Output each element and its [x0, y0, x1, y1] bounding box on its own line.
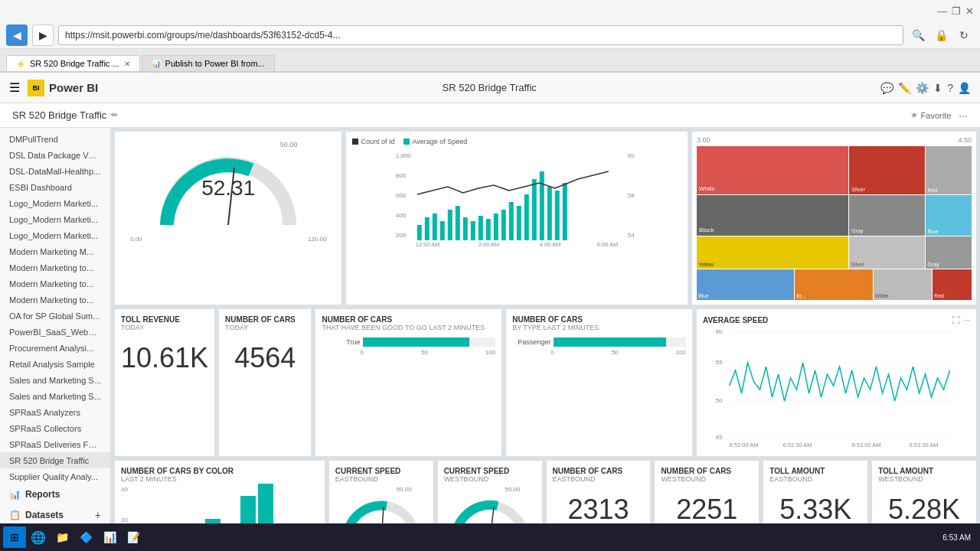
sidebar-item-4[interactable]: Logo_Modern Marketi... [0, 195, 110, 211]
cars-today-title: Number of Cars [225, 315, 305, 324]
settings-icon[interactable]: ⚙️ [916, 82, 929, 94]
refresh-icon[interactable]: ↻ [954, 25, 974, 45]
hamburger-icon[interactable]: ☰ [9, 80, 20, 95]
treemap-cell-blue-2[interactable]: Blue [697, 269, 794, 300]
browser-toolbar: ◀ ▶ 🔍 🔒 ↻ [0, 21, 980, 49]
tab-inactive[interactable]: 📊 Publish to Power BI from... [142, 55, 275, 71]
sidebar-item-19[interactable]: SPRaaS Deliveries FY16 [0, 436, 110, 452]
cars-2min-tile: Number of Cars THAT HAVE BEEN GOOD TO GO… [315, 308, 502, 457]
tab-close-1[interactable]: ✕ [124, 60, 130, 68]
gauge-minmax: 0.00 120.00 [121, 236, 335, 243]
sidebar-item-18[interactable]: SPRaaS Collectors [0, 420, 110, 436]
dash-edit-icon[interactable]: ✏ [111, 110, 118, 120]
sidebar-item-14[interactable]: Retail Analysis Sample [0, 356, 110, 372]
speed-west-subtitle: WESTBOUND [444, 475, 536, 483]
treemap-cell-gray-2[interactable]: Gray [926, 236, 972, 269]
svg-text:6:53:30 AM: 6:53:30 AM [909, 442, 938, 447]
sidebar-item-17[interactable]: SPRaaS Analyzers [0, 404, 110, 420]
svg-text:6:00 AM: 6:00 AM [597, 241, 619, 248]
taskbar-app5[interactable]: 📝 [122, 527, 144, 548]
sidebar-item-1[interactable]: DSL Data Package Ver... [0, 147, 110, 163]
toll-east-subtitle: EASTBOUND [769, 475, 861, 483]
browser-tabs: ⚡ SR 520 Bridge Traffic ... ✕ 📊 Publish … [0, 49, 980, 72]
sidebar-item-3[interactable]: ESBI Dashboard [0, 179, 110, 195]
svg-rect-24 [532, 179, 537, 240]
sidebar-item-15[interactable]: Sales and Marketing S... [0, 372, 110, 388]
close-btn[interactable]: ✕ [965, 5, 974, 17]
sidebar-item-10[interactable]: Modern Marketing to... [0, 292, 110, 308]
sidebar-item-16[interactable]: Sales and Marketing S... [0, 388, 110, 404]
svg-text:60: 60 [715, 328, 722, 335]
sidebar-item-21[interactable]: Supplier Quality Analy... [0, 468, 110, 484]
address-bar[interactable] [58, 25, 903, 45]
treemap-cell-silver-1[interactable]: Silver [849, 146, 925, 194]
edit-icon[interactable]: ✏️ [898, 82, 911, 94]
row-2: Toll Revenue TODAY 10.61K Number of Cars… [114, 308, 977, 457]
sidebar-item-2[interactable]: DSL-DataMall-Healthp... [0, 163, 110, 179]
hbar-fill-passenger [554, 337, 666, 347]
sidebar-item-13[interactable]: Procurement Analysi... [0, 340, 110, 356]
treemap-row2: Blue Br... White Red [697, 269, 972, 300]
treemap-cell-orange[interactable]: Br... [795, 269, 873, 300]
sidebar-item-20[interactable]: SR 520 Bridge Traffic [0, 452, 110, 468]
treemap-cell-gray[interactable]: Gray [849, 195, 925, 236]
add-dataset-icon[interactable]: + [95, 509, 101, 521]
treemap-cell-white[interactable]: White [697, 146, 848, 194]
taskbar-edge-icon[interactable]: 🔷 [75, 527, 96, 548]
treemap-cell-blue[interactable]: Blue [926, 195, 972, 236]
svg-text:2:00 AM: 2:00 AM [479, 241, 500, 248]
favorite-btn[interactable]: ★ Favorite [910, 110, 952, 120]
back-button[interactable]: ◀ [6, 24, 28, 46]
more-options-icon[interactable]: ··· [959, 109, 968, 122]
toll-west-subtitle: WESTBOUND [878, 475, 970, 483]
treemap-cell-silver-2[interactable]: Silver [849, 236, 925, 269]
cars-today-value: 4564 [225, 334, 305, 382]
sidebar-item-12[interactable]: PowerBI_SaaS_Web_W... [0, 324, 110, 340]
sidebar-item-8[interactable]: Modern Marketing to... [0, 259, 110, 276]
svg-text:4:00 AM: 4:00 AM [540, 241, 561, 248]
treemap-cell-white-2[interactable]: White [874, 269, 932, 300]
hbar-track-passenger [554, 337, 686, 347]
sidebar-item-11[interactable]: OA for SP Global Sum... [0, 308, 110, 324]
forward-button[interactable]: ▶ [32, 24, 54, 46]
speed-east-title: Current Speed [335, 467, 427, 475]
search-icon[interactable]: 🔍 [908, 25, 928, 45]
download-icon[interactable]: ⬇ [933, 82, 942, 94]
comments-icon[interactable]: 💬 [880, 82, 893, 94]
taskbar-file-icon[interactable]: 📁 [51, 527, 73, 548]
taskbar-app4[interactable]: 📊 [99, 527, 120, 548]
hbar-type-x-100: 100 [676, 349, 686, 356]
tab-active[interactable]: ⚡ SR 520 Bridge Traffic ... ✕ [6, 55, 140, 71]
treemap-cell-red-2[interactable]: Red [933, 269, 972, 300]
sidebar-item-7[interactable]: Modern Marketing M... [0, 243, 110, 259]
maximize-btn[interactable]: ❐ [952, 5, 961, 17]
svg-rect-14 [456, 206, 460, 240]
svg-text:50: 50 [715, 397, 722, 404]
taskbar-ie-icon[interactable]: 🌐 [28, 527, 49, 548]
gauge-tile: 50.00 52.31 0.00 120.00 [114, 131, 342, 305]
help-icon[interactable]: ? [947, 82, 953, 94]
treemap-tile: 3.00 4.50 White Silver Red Black Gray Bl… [691, 131, 977, 305]
svg-rect-21 [509, 202, 514, 240]
cars-east-title: Number of Cars [553, 467, 645, 475]
minimize-btn[interactable]: — [937, 5, 947, 17]
reports-section[interactable]: 📊 Reports [0, 484, 110, 504]
expand-icon[interactable]: ⛶ [952, 315, 960, 324]
account-icon[interactable]: 👤 [958, 82, 971, 94]
sidebar-item-9[interactable]: Modern Marketing to... [0, 276, 110, 292]
windows-icon: ⊞ [10, 531, 19, 543]
more-icon[interactable]: ··· [963, 315, 970, 324]
svg-text:1,000: 1,000 [396, 152, 412, 159]
sidebar-item-6[interactable]: Logo_Modern Marketi... [0, 227, 110, 243]
speed-east-subtitle: EASTBOUND [335, 475, 427, 483]
datasets-section[interactable]: 📋 Datasets + [0, 504, 110, 526]
sidebar-item-0[interactable]: DMPullTrend [0, 131, 110, 147]
sidebar-item-5[interactable]: Logo_Modern Marketi... [0, 211, 110, 227]
legend-speed: Average of Speed [403, 138, 467, 145]
treemap-cell-black[interactable]: Black [697, 195, 848, 236]
toll-revenue-subtitle: TODAY [121, 324, 208, 331]
start-button[interactable]: ⊞ [3, 527, 26, 548]
treemap-cell-red[interactable]: Red [926, 146, 972, 194]
treemap-cell-yellow[interactable]: Yellow [697, 236, 848, 269]
cars-type-title: Number of Cars [512, 315, 686, 324]
